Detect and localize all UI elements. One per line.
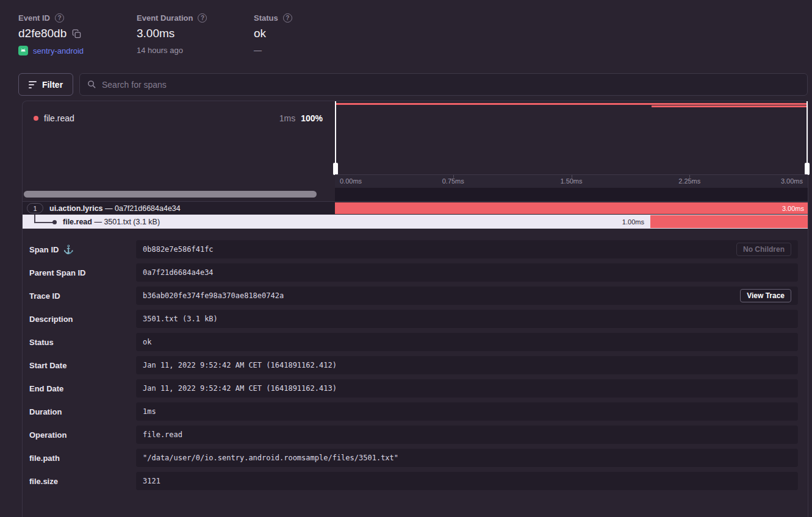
detail-row: End DateJan 11, 2022 9:52:42 AM CET (164…	[29, 379, 798, 398]
detail-value: 1ms	[136, 402, 798, 421]
filter-button-label: Filter	[42, 80, 63, 90]
question-circle-icon[interactable]: ?	[198, 13, 207, 23]
span-details: Span ID⚓0b882e7e586f41fcNo ChildrenParen…	[23, 229, 808, 490]
span-children-count-badge[interactable]: 1	[27, 203, 43, 213]
detail-label: End Date	[29, 384, 136, 393]
copy-icon[interactable]	[72, 29, 81, 38]
detail-label: Span ID⚓	[29, 244, 136, 254]
detail-label: Operation	[29, 430, 136, 440]
detail-value: 0a7f21d6684a4e34	[136, 263, 798, 282]
time-axis: 0.00ms0.75ms1.50ms2.25ms3.00ms	[335, 174, 808, 188]
minimap-chart[interactable]: 0.00ms0.75ms1.50ms2.25ms3.00ms	[335, 101, 808, 188]
detail-value: file.read	[136, 426, 798, 444]
status-section: Status ? ok —	[254, 13, 292, 55]
detail-row: Span ID⚓0b882e7e586f41fcNo Children	[29, 240, 798, 258]
question-circle-icon[interactable]: ?	[283, 13, 292, 23]
time-axis-tick-label: 3.00ms	[781, 177, 803, 185]
scroll-strip-spacer	[335, 188, 808, 201]
status-value: ok	[254, 27, 266, 40]
question-circle-icon[interactable]: ?	[55, 13, 64, 23]
detail-row: Statusok	[29, 333, 798, 351]
minimap-right-handle[interactable]	[807, 101, 808, 175]
view-trace-button[interactable]: View Trace	[740, 289, 791, 302]
detail-value: 3121	[136, 472, 798, 490]
ops-breakdown-row: file.read 1ms 100%	[34, 113, 323, 123]
detail-row: Duration1ms	[29, 402, 798, 421]
minimap-right-grabber[interactable]	[805, 163, 810, 175]
search-input[interactable]	[102, 80, 800, 90]
detail-row: Parent Span ID0a7f21d6684a4e34	[29, 263, 798, 282]
event-id-value: d2fe80db	[18, 27, 66, 40]
detail-row: Trace IDb36ab020fe374fe98a370ae818e0742a…	[29, 287, 798, 305]
op-color-dot	[34, 116, 38, 121]
detail-value: b36ab020fe374fe98a370ae818e0742aView Tra…	[136, 287, 798, 305]
event-age: 14 hours ago	[137, 46, 207, 55]
minimap-span-line	[652, 105, 808, 107]
detail-label: Description	[29, 315, 136, 324]
time-axis-tick-label: 2.25ms	[678, 177, 700, 185]
detail-row: Operationfile.read	[29, 426, 798, 444]
detail-label: Trace ID	[29, 291, 136, 301]
span-search-bar[interactable]	[79, 73, 808, 96]
detail-label: file.size	[29, 477, 136, 486]
event-duration-value: 3.00ms	[137, 27, 174, 40]
span-duration-bar[interactable]	[650, 215, 808, 228]
time-axis-tickmark	[572, 175, 572, 178]
span-duration-bar[interactable]: 3.00ms	[335, 202, 808, 214]
span-duration-label: 1.00ms	[622, 218, 644, 226]
detail-label: Duration	[29, 407, 136, 416]
detail-row: Start DateJan 11, 2022 9:52:42 AM CET (1…	[29, 356, 798, 374]
detail-value: Jan 11, 2022 9:52:42 AM CET (1641891162.…	[136, 356, 798, 374]
filter-button[interactable]: Filter	[18, 73, 73, 96]
detail-value: "/data/user/0/io.sentry.android.roomsamp…	[136, 449, 798, 467]
horizontal-scrollbar-thumb[interactable]	[24, 191, 317, 198]
status-secondary: —	[254, 46, 292, 55]
op-name: file.read	[44, 113, 74, 123]
detail-row: Description3501.txt (3.1 kB)	[29, 310, 798, 328]
minimap-left-grabber[interactable]	[333, 163, 338, 175]
span-row-root[interactable]: 1 ui.action.lyrics — 0a7f21d6684a4e34 3.…	[23, 201, 808, 215]
span-row-title: ui.action.lyrics — 0a7f21d6684a4e34	[49, 204, 181, 213]
status-label: Status	[254, 13, 278, 23]
detail-label: file.path	[29, 454, 136, 463]
filter-icon	[29, 81, 37, 88]
detail-label: Parent Span ID	[29, 268, 136, 277]
minimap-span-line	[335, 103, 808, 105]
time-axis-tick-label: 1.50ms	[560, 177, 582, 185]
detail-row: file.size3121	[29, 472, 798, 490]
detail-label: Status	[29, 338, 136, 347]
op-percentage: 100%	[301, 113, 323, 123]
time-axis-tick-label: 0.00ms	[340, 177, 362, 185]
ops-breakdown-panel: file.read 1ms 100%	[23, 101, 335, 188]
scroll-strip	[23, 188, 808, 201]
time-axis-tickmark	[689, 175, 690, 178]
event-id-section: Event ID ? d2fe80db sentry-android	[18, 13, 84, 55]
detail-label: Start Date	[29, 361, 136, 370]
time-axis-tick-label: 0.75ms	[442, 177, 464, 185]
no-children-badge: No Children	[736, 243, 791, 256]
event-duration-section: Event Duration ? 3.00ms 14 hours ago	[137, 13, 207, 55]
search-icon	[87, 80, 96, 89]
time-axis-tickmark	[453, 175, 454, 178]
span-row-selected[interactable]: file.read — 3501.txt (3.1 kB) 1.00ms	[23, 215, 808, 229]
op-duration: 1ms	[279, 113, 295, 123]
detail-value: ok	[136, 333, 798, 351]
trace-minimap: file.read 1ms 100% 0.00ms0.75ms1.50ms2.2…	[23, 101, 808, 188]
anchor-icon[interactable]: ⚓	[63, 244, 73, 254]
project-link[interactable]: sentry-android	[33, 46, 84, 55]
minimap-left-handle[interactable]	[335, 101, 336, 175]
spans-widget: file.read 1ms 100% 0.00ms0.75ms1.50ms2.2…	[22, 101, 808, 517]
event-id-label: Event ID	[18, 13, 50, 23]
detail-value: 3501.txt (3.1 kB)	[136, 310, 798, 328]
detail-value: Jan 11, 2022 9:52:42 AM CET (1641891162.…	[136, 379, 798, 398]
event-duration-label: Event Duration	[137, 13, 193, 23]
android-project-icon	[18, 46, 28, 55]
detail-row: file.path"/data/user/0/io.sentry.android…	[29, 449, 798, 467]
span-duration-label: 3.00ms	[782, 205, 804, 212]
span-row-title: file.read — 3501.txt (3.1 kB)	[63, 218, 160, 226]
detail-value: 0b882e7e586f41fcNo Children	[136, 240, 798, 258]
